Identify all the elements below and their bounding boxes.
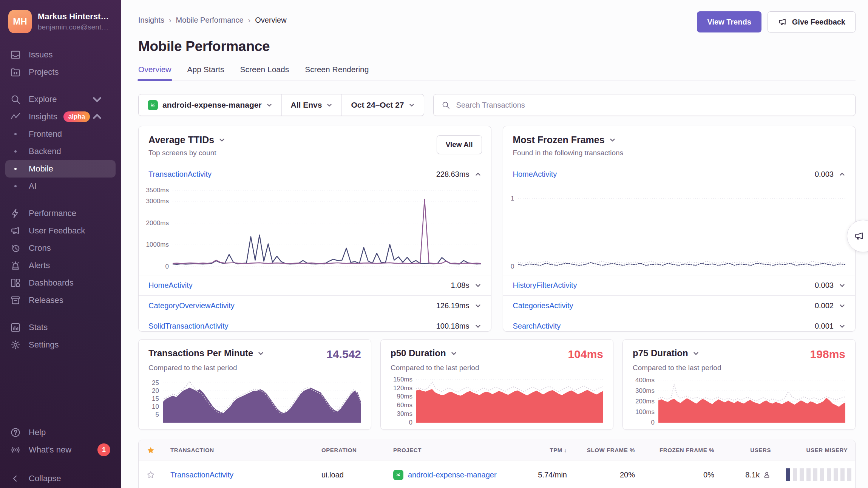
transaction-link[interactable]: CategoryOverviewActivity [148, 301, 235, 310]
sidebar-item-issues[interactable]: Issues [5, 46, 116, 63]
metric-row: HistoryFilterActivity0.003 [503, 275, 856, 295]
sidebar-item-collapse[interactable]: Collapse [5, 470, 116, 487]
sidebar-item-help[interactable]: Help [5, 424, 116, 441]
y-axis-tick: 0 [511, 263, 514, 270]
chevron-down-icon[interactable] [693, 350, 699, 357]
y-axis-tick: 400ms [635, 377, 655, 384]
chevron-up-icon[interactable] [839, 171, 845, 178]
sidebar-item-label: Releases [29, 295, 63, 305]
chevron-down-icon[interactable] [839, 303, 845, 309]
tab-screen-loads[interactable]: Screen Loads [240, 65, 289, 80]
sidebar-item-explore[interactable]: Explore [5, 91, 116, 108]
sidebar-item-releases[interactable]: Releases [5, 292, 116, 309]
help-icon [10, 427, 21, 438]
y-axis-tick: 200ms [635, 398, 655, 405]
chevron-down-icon[interactable] [475, 303, 481, 309]
search-input[interactable] [456, 100, 848, 110]
dashboards-icon [10, 277, 21, 289]
project-link[interactable]: android-expense-manager [408, 471, 497, 479]
chevron-down-icon [266, 102, 272, 108]
chevron-down-icon[interactable] [609, 137, 616, 143]
sidebar-item-frontend[interactable]: Frontend [5, 125, 116, 143]
sidebar-item-insights[interactable]: Insightsalpha [5, 108, 116, 125]
view-all-button[interactable]: View All [437, 135, 482, 154]
sidebar-item-alerts[interactable]: Alerts [5, 257, 116, 274]
transaction-link[interactable]: SearchActivity [513, 322, 561, 330]
transaction-link[interactable]: SolidTransactionActivity [148, 322, 229, 330]
view-trends-button[interactable]: View Trends [697, 11, 761, 32]
issues-icon [10, 49, 21, 60]
page-title: Mobile Performance [138, 39, 856, 54]
column-header-project[interactable]: Project [386, 447, 510, 453]
y-axis: 10 [508, 190, 518, 267]
breadcrumb-separator: › [248, 16, 251, 25]
breadcrumb-item[interactable]: Overview [255, 16, 286, 25]
chevron-down-icon[interactable] [451, 350, 457, 357]
chevron-up-icon[interactable] [475, 171, 481, 178]
y-axis: 150ms120ms90ms60ms30ms0 [391, 378, 416, 423]
notification-badge: 1 [97, 443, 110, 456]
sidebar-item-performance[interactable]: Performance [5, 205, 116, 222]
table-row: TransactionActivityui.loadandroid-expens… [139, 460, 855, 488]
sidebar-item-what-s-new[interactable]: What's new1 [5, 441, 116, 459]
tab-app-starts[interactable]: App Starts [187, 65, 224, 80]
breadcrumb-separator: › [169, 16, 171, 25]
y-axis-tick: 10 [152, 403, 159, 411]
sidebar-item-backend[interactable]: Backend [5, 143, 116, 160]
misery-bar [786, 468, 790, 481]
sidebar-item-user-feedback[interactable]: User Feedback [5, 222, 116, 239]
transaction-link[interactable]: HistoryFilterActivity [513, 281, 577, 290]
misery-bar [793, 468, 797, 481]
column-header-users[interactable]: Users [722, 447, 778, 453]
sidebar-item-stats[interactable]: Stats [5, 319, 116, 336]
star-icon[interactable] [139, 470, 163, 480]
column-header-user-misery[interactable]: User Misery [778, 447, 855, 453]
transaction-link[interactable]: TransactionActivity [148, 170, 212, 179]
give-feedback-button[interactable]: Give Feedback [768, 11, 856, 32]
chevron-down-icon[interactable] [219, 137, 225, 143]
releases-icon [10, 295, 21, 306]
column-header-transaction[interactable]: Transaction [163, 447, 314, 453]
transaction-link[interactable]: CategoriesActivity [513, 301, 573, 310]
transaction-link[interactable]: TransactionActivity [170, 471, 233, 479]
star-header-icon[interactable] [139, 445, 163, 455]
breadcrumb-item[interactable]: Mobile Performance [176, 16, 244, 25]
sidebar-item-projects[interactable]: Projects [5, 63, 116, 81]
tab-screen-rendering[interactable]: Screen Rendering [305, 65, 369, 80]
column-header-frozen-frame-[interactable]: Frozen Frame % [643, 447, 722, 453]
chevron-down-icon[interactable] [839, 282, 845, 289]
sidebar-item-mobile[interactable]: Mobile [5, 160, 116, 178]
sidebar-item-settings[interactable]: Settings [5, 336, 116, 354]
environment-filter[interactable]: All Envs [281, 94, 342, 116]
transaction-link[interactable]: HomeActivity [148, 281, 193, 290]
page-filter-bar: android-expense-manager All Envs Oct 24–… [138, 94, 424, 116]
chevron-down-icon[interactable] [839, 323, 845, 329]
metric-row: CategoryOverviewActivity126.19ms [139, 295, 491, 316]
sidebar: MH Markus Hinterst… benjamin.coe@sent… I… [0, 0, 121, 488]
transaction-link[interactable]: HomeActivity [513, 170, 557, 179]
column-header-slow-frame-[interactable]: Slow Frame % [575, 447, 643, 453]
chevron-down-icon[interactable] [475, 282, 481, 289]
insights-icon [10, 111, 21, 122]
sidebar-item-ai[interactable]: AI [5, 178, 116, 195]
column-header-tpm[interactable]: TPM↓ [510, 447, 575, 453]
alerts-icon [10, 260, 21, 271]
date-range-filter[interactable]: Oct 24–Oct 27 [341, 94, 423, 116]
plot-area [518, 190, 846, 267]
metric-value: 126.19ms [436, 301, 470, 310]
breadcrumb-item[interactable]: Insights [138, 16, 164, 25]
user-menu[interactable]: MH Markus Hinterst… benjamin.coe@sent… [0, 0, 121, 41]
metric-row: TransactionActivity228.63ms [139, 164, 491, 184]
tab-overview[interactable]: Overview [138, 65, 171, 80]
android-project-icon [393, 470, 403, 480]
chevron-down-icon[interactable] [475, 323, 481, 329]
column-header-operation[interactable]: Operation [314, 447, 386, 453]
sidebar-item-crons[interactable]: Crons [5, 239, 116, 257]
chevron-down-icon[interactable] [258, 350, 264, 357]
sidebar-item-label: Dashboards [29, 278, 74, 288]
project-filter[interactable]: android-expense-manager [139, 94, 281, 116]
search-icon [441, 100, 450, 110]
user-email: benjamin.coe@sent… [38, 23, 109, 31]
sidebar-item-dashboards[interactable]: Dashboards [5, 274, 116, 292]
metric-row: HomeActivity0.003 [503, 164, 856, 184]
